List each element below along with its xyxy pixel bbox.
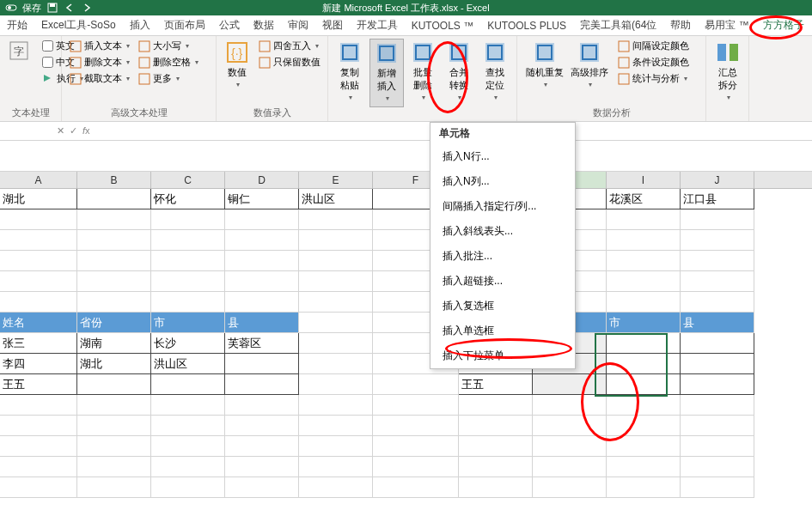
tab-3[interactable]: 页面布局 [157, 15, 212, 35]
cell[interactable] [77, 230, 151, 251]
analrow-2[interactable]: 统计与分析 [615, 71, 692, 86]
cell[interactable] [225, 477, 299, 498]
cell[interactable] [225, 416, 299, 436]
cell[interactable]: 长沙 [151, 333, 225, 354]
cell[interactable] [681, 457, 754, 477]
cell[interactable] [459, 395, 533, 416]
tab-10[interactable]: KUTOOLS PLUS [480, 15, 573, 35]
col-header-I[interactable]: I [607, 172, 681, 188]
confirm-fx-icon[interactable]: ✓ [70, 125, 77, 137]
col-header-J[interactable]: J [681, 172, 754, 188]
cell[interactable]: 张三 [0, 333, 77, 354]
tab-8[interactable]: 开发工具 [350, 15, 405, 35]
tab-11[interactable]: 完美工具箱(64位 [573, 15, 663, 35]
summary-split-button[interactable]: 汇总拆分 [711, 39, 743, 107]
cell[interactable] [225, 436, 299, 457]
dropdown-item-5[interactable]: 插入超链接... [430, 269, 575, 294]
cell[interactable] [681, 271, 754, 292]
edit-big-2[interactable]: 批量删除 [407, 39, 440, 107]
cell[interactable] [607, 354, 681, 374]
cell[interactable] [151, 251, 225, 271]
undo-icon[interactable] [64, 2, 76, 14]
dropdown-item-3[interactable]: 插入斜线表头... [430, 219, 575, 244]
cell[interactable] [681, 374, 754, 395]
cell[interactable] [373, 457, 459, 477]
cell[interactable] [151, 230, 225, 251]
cell[interactable] [225, 230, 299, 251]
cell[interactable] [533, 416, 607, 436]
cell[interactable]: 花溪区 [607, 189, 681, 209]
cell[interactable]: 市 [151, 313, 225, 333]
cell[interactable] [607, 416, 681, 436]
cell[interactable]: 怀化 [151, 189, 225, 209]
autosave-toggle[interactable] [5, 2, 17, 14]
cell[interactable] [77, 477, 151, 498]
cell[interactable] [299, 354, 373, 374]
cell[interactable]: 县 [681, 313, 754, 333]
dropdown-item-1[interactable]: 插入N列... [430, 169, 575, 194]
tab-9[interactable]: KUTOOLS ™ [405, 15, 480, 35]
col-header-B[interactable]: B [77, 172, 151, 188]
cell[interactable] [0, 209, 77, 230]
cell[interactable]: 洪山区 [299, 189, 373, 209]
cell[interactable] [0, 477, 77, 498]
cell[interactable] [299, 477, 373, 498]
cell[interactable] [299, 313, 373, 333]
dropdown-item-8[interactable]: 插入下拉菜单... [430, 343, 575, 368]
anal-big-1[interactable]: 高级排序 [567, 39, 612, 105]
cell[interactable] [225, 292, 299, 313]
cell[interactable] [151, 292, 225, 313]
cell[interactable] [77, 374, 151, 395]
col-header-E[interactable]: E [299, 172, 373, 188]
cell[interactable] [0, 271, 77, 292]
cell[interactable] [681, 395, 754, 416]
cell[interactable] [0, 457, 77, 477]
cell[interactable] [225, 395, 299, 416]
cell[interactable] [607, 333, 681, 354]
cell[interactable] [151, 436, 225, 457]
cell[interactable]: 姓名 [0, 313, 77, 333]
dropdown-item-7[interactable]: 插入单选框 [430, 319, 575, 343]
cell[interactable]: 王五 [459, 374, 533, 395]
cell[interactable] [607, 271, 681, 292]
cell[interactable]: 湖北 [77, 354, 151, 374]
cell[interactable]: 铜仁 [225, 189, 299, 209]
cell[interactable] [77, 416, 151, 436]
cell[interactable] [0, 395, 77, 416]
cell[interactable] [151, 209, 225, 230]
advtext-b-0[interactable]: 大小写 [136, 39, 201, 53]
edit-big-1[interactable]: 新增插入 [369, 39, 404, 107]
cell[interactable] [77, 292, 151, 313]
cell[interactable] [299, 436, 373, 457]
cell[interactable] [607, 374, 681, 395]
cell[interactable] [77, 251, 151, 271]
cell[interactable] [533, 374, 607, 395]
cell[interactable]: 县 [225, 313, 299, 333]
cell[interactable] [299, 416, 373, 436]
cell[interactable]: 王五 [0, 374, 77, 395]
cell[interactable] [373, 395, 459, 416]
cancel-fx-icon[interactable]: ✕ [57, 125, 64, 137]
advtext-b-2[interactable]: 更多 [136, 71, 201, 86]
cell[interactable] [607, 477, 681, 498]
cell[interactable] [151, 395, 225, 416]
cell[interactable] [299, 230, 373, 251]
cell[interactable] [299, 457, 373, 477]
cell[interactable] [607, 292, 681, 313]
tab-14[interactable]: 方方格子 [756, 15, 811, 35]
cell[interactable] [0, 230, 77, 251]
cell[interactable] [151, 416, 225, 436]
tab-0[interactable]: 开始 [0, 15, 34, 35]
cell[interactable] [77, 457, 151, 477]
cell[interactable] [373, 416, 459, 436]
tab-13[interactable]: 易用宝 ™ [698, 15, 755, 35]
tab-1[interactable]: Excel工具-SoSo [34, 15, 123, 35]
cell[interactable] [373, 374, 459, 395]
cell[interactable] [225, 374, 299, 395]
cell[interactable] [681, 436, 754, 457]
cell[interactable] [373, 436, 459, 457]
edit-big-4[interactable]: 查找定位 [479, 39, 511, 107]
cell[interactable] [607, 436, 681, 457]
cell[interactable] [77, 271, 151, 292]
cell[interactable] [607, 209, 681, 230]
